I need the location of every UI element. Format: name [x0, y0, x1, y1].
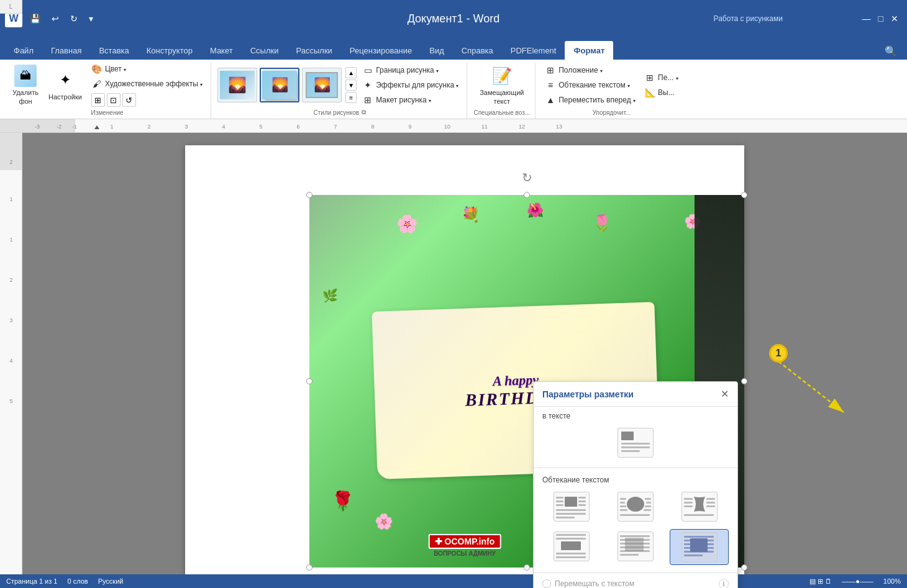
save-button[interactable]: 💾 [26, 11, 44, 26]
restore-button[interactable]: □ [875, 11, 887, 26]
panel-divider-1 [534, 468, 737, 468]
tab-review[interactable]: Рецензирование [341, 41, 421, 60]
view-buttons: ▤ ⊞ 🗒 [809, 577, 832, 586]
extra-icon-1: ⊞ [644, 72, 655, 83]
svg-rect-72 [684, 536, 714, 538]
arrange-left-buttons: ⊞ Положение ▾ ≡ Обтекание текстом ▾ ▲ Пе… [542, 63, 639, 107]
search-button[interactable]: 🔍 [880, 43, 902, 60]
tab-mailings[interactable]: Рассылки [287, 41, 340, 60]
alt-text-button[interactable]: 📝 Замещающийтекст [476, 62, 527, 107]
document-title: Документ1 - Word [408, 12, 500, 25]
style-scroll-down[interactable]: ▼ [345, 79, 357, 91]
wrap-option-square[interactable] [542, 489, 601, 524]
styles-expand-icon[interactable]: ⧉ [362, 109, 366, 116]
art-effects-button[interactable]: 🖌 Художественные эффекты ▾ [88, 77, 206, 91]
rotate-handle[interactable]: ↻ [522, 170, 532, 185]
resize-handle-tc[interactable] [524, 192, 530, 198]
wrap-option-inline[interactable] [615, 425, 656, 460]
remove-bg-label: Удалитьфон [12, 89, 39, 105]
wrap-option-behind[interactable] [606, 529, 665, 565]
svg-rect-49 [646, 502, 651, 504]
color-button[interactable]: 🎨 Цвет ▾ [88, 62, 206, 76]
resize-handle-tr[interactable] [741, 192, 747, 198]
compress-button[interactable]: ⊞ [91, 93, 105, 107]
svg-text:2: 2 [9, 277, 12, 283]
style-scroll-buttons: ▲ ▼ ≡ [344, 67, 357, 103]
layout-panel-close-button[interactable]: ✕ [721, 388, 729, 400]
redo-button[interactable]: ↻ [66, 11, 81, 26]
layout-btn[interactable]: ⊞ Макет рисунка ▾ [359, 93, 462, 107]
effects-button[interactable]: ✦ Эффекты для рисунка ▾ [359, 78, 462, 92]
svg-rect-33 [565, 497, 577, 507]
svg-rect-45 [620, 502, 625, 504]
through-icon-svg [683, 493, 716, 520]
wrap-behind-icon [618, 531, 654, 561]
in-text-option-row [542, 425, 729, 460]
wrap-option-front[interactable] [670, 529, 729, 565]
extra-btn-1[interactable]: ⊞ Пе... ▾ [641, 71, 681, 84]
svg-rect-50 [645, 505, 651, 507]
border-label: Граница рисунка ▾ [376, 66, 439, 75]
tab-insert[interactable]: Вставка [90, 41, 137, 60]
resize-handle-br[interactable] [741, 564, 747, 571]
reset-picture-button[interactable]: ↺ [122, 93, 136, 107]
resize-handle-bc[interactable] [524, 564, 530, 571]
svg-rect-32 [621, 450, 640, 452]
svg-rect-42 [556, 517, 575, 518]
tab-view[interactable]: Вид [421, 41, 453, 60]
customize-quick-access-button[interactable]: ▾ [85, 11, 97, 26]
style-shadow[interactable]: 🌄 [260, 68, 299, 102]
style-scroll-up[interactable]: ▲ [345, 67, 357, 78]
border-button[interactable]: ▭ Граница рисунка ▾ [359, 63, 462, 77]
minimize-button[interactable]: — [859, 11, 875, 26]
wrap-option-through[interactable] [670, 489, 729, 524]
settings-button[interactable]: ✦ Настройки [45, 66, 86, 104]
undo-button[interactable]: ↩ [48, 11, 63, 26]
layout-label: Макет рисунка ▾ [376, 96, 431, 104]
resize-handle-ml[interactable] [306, 378, 312, 384]
wrap-option-topbottom[interactable] [542, 529, 601, 565]
tab-layout[interactable]: Макет [201, 41, 242, 60]
position-button[interactable]: ⊞ Положение ▾ [542, 63, 639, 77]
in-text-options [534, 423, 737, 465]
close-button[interactable]: ✕ [887, 11, 902, 26]
svg-text:12: 12 [519, 124, 525, 130]
svg-rect-53 [684, 498, 693, 500]
wrap-front-icon [681, 532, 718, 562]
behind-icon-svg [619, 533, 652, 560]
tab-references[interactable]: Ссылки [242, 41, 288, 60]
resize-handle-bl[interactable] [306, 564, 312, 571]
bring-forward-button[interactable]: ▲ Переместить вперед ▾ [542, 93, 639, 107]
layout-panel: Параметры разметки ✕ в тексте [533, 381, 738, 588]
svg-text:13: 13 [556, 124, 562, 130]
tight-icon-svg [619, 493, 652, 520]
topbottom-icon-svg [555, 533, 588, 560]
svg-text:7: 7 [334, 124, 337, 130]
alt-text-label: Замещающийтекст [480, 89, 524, 105]
style-plain[interactable] [217, 68, 257, 102]
wrap-option-tight[interactable] [606, 489, 665, 524]
layout-panel-title: Параметры разметки [542, 389, 634, 399]
extra-btn-2[interactable]: 📐 Вы... [641, 86, 681, 99]
arrange-group-label: Упорядочит... [593, 108, 631, 116]
svg-text:11: 11 [481, 124, 488, 130]
svg-rect-29 [621, 432, 634, 440]
move-with-text-row: Перемещать с текстом ℹ [534, 576, 737, 588]
tab-format[interactable]: Формат [565, 41, 613, 60]
styles-right-buttons: ▭ Граница рисунка ▾ ✦ Эффекты для рисунк… [359, 63, 462, 107]
wrap-square-icon [554, 492, 590, 522]
zoom-slider: ——●—— [842, 577, 873, 585]
resize-handle-tl[interactable] [306, 192, 312, 198]
tab-design[interactable]: Конструктор [138, 41, 201, 60]
tab-file[interactable]: Файл [5, 41, 42, 60]
style-dropdown[interactable]: ≡ [345, 92, 357, 103]
tab-help[interactable]: Справка [453, 41, 502, 60]
resize-handle-mr[interactable] [741, 378, 747, 384]
style-thick[interactable]: 🌄 [302, 68, 342, 102]
remove-background-button[interactable]: 🏔 Удалитьфон [9, 62, 42, 107]
wrap-text-button[interactable]: ≡ Обтекание текстом ▾ [542, 78, 639, 92]
svg-rect-37 [578, 497, 586, 499]
tab-home[interactable]: Главная [42, 41, 90, 60]
change-picture-button[interactable]: ⊡ [107, 93, 121, 107]
tab-pdfelement[interactable]: PDFElement [502, 41, 565, 60]
